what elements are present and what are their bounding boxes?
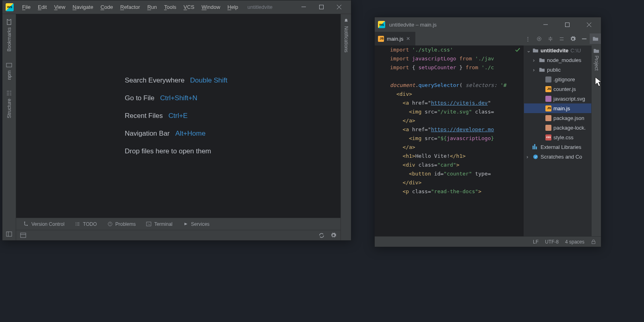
maximize-button[interactable] bbox=[312, 1, 330, 13]
tree-external-libraries[interactable]: External Libraries bbox=[524, 142, 591, 152]
code-line[interactable]: document.querySelector( selectors: '# bbox=[375, 81, 524, 90]
library-icon bbox=[533, 144, 539, 150]
code-line[interactable]: <p class="read-the-docs"> bbox=[375, 187, 524, 196]
tool-todo[interactable]: TODO bbox=[75, 221, 97, 227]
code-line[interactable]: </div> bbox=[375, 178, 524, 187]
code-line[interactable]: <h1>Hello Vite!</h1> bbox=[375, 152, 524, 161]
tree-item--gitignore[interactable]: .gitignore bbox=[524, 74, 591, 84]
svg-rect-7 bbox=[21, 233, 26, 237]
welcome-label: Navigation Bar bbox=[125, 130, 170, 138]
editor-toolstrip: JS main.js ✕ ⋮ bbox=[375, 32, 601, 45]
sync-icon[interactable] bbox=[318, 232, 325, 239]
code-line[interactable]: </a> bbox=[375, 143, 524, 152]
menu-code[interactable]: Code bbox=[97, 2, 117, 12]
status-bar bbox=[16, 230, 341, 240]
menu-refactor[interactable]: Refactor bbox=[117, 2, 144, 12]
code-line[interactable]: import './style.css' bbox=[375, 45, 524, 54]
svg-rect-0 bbox=[319, 5, 323, 9]
minimize-button[interactable] bbox=[295, 1, 312, 13]
welcome-panel: Search EverywhereDouble ShiftGo to FileC… bbox=[16, 14, 341, 218]
npm-tool[interactable]: npm bbox=[5, 60, 13, 81]
code-line[interactable]: </a> bbox=[375, 116, 524, 125]
svg-rect-1 bbox=[6, 63, 12, 67]
menu-tools[interactable]: Tools bbox=[161, 2, 180, 12]
tab-label: main.js bbox=[387, 36, 403, 42]
tree-item-javascript-svg[interactable]: javascript.svg bbox=[524, 94, 591, 103]
menu-vcs[interactable]: VCS bbox=[180, 2, 198, 12]
welcome-shortcut: Ctrl+Shift+N bbox=[160, 94, 198, 102]
code-line[interactable]: <div> bbox=[375, 90, 524, 99]
menu-edit[interactable]: Edit bbox=[34, 2, 50, 12]
menu-help[interactable]: Help bbox=[224, 2, 242, 12]
tool-terminal[interactable]: Terminal bbox=[146, 221, 172, 227]
bookmarks-tool[interactable]: Bookmarks bbox=[5, 17, 13, 53]
svg-point-3 bbox=[24, 221, 25, 222]
gear-icon[interactable] bbox=[567, 33, 578, 44]
welcome-row: Go to FileCtrl+Shift+N bbox=[125, 94, 197, 102]
svg-rect-8 bbox=[565, 23, 569, 27]
expand-all-icon[interactable] bbox=[545, 33, 556, 44]
tool-services[interactable]: Services bbox=[183, 221, 210, 227]
code-line[interactable]: <button id="counter" type= bbox=[375, 169, 524, 178]
window-title: untitledvite – main.js bbox=[389, 22, 437, 28]
welcome-row: Navigation BarAlt+Home bbox=[125, 130, 206, 138]
bell-icon bbox=[343, 18, 349, 24]
tree-item-counter-js[interactable]: JScounter.js bbox=[524, 84, 591, 94]
code-line[interactable]: import { setupCounter } from './c bbox=[375, 63, 524, 72]
code-editor[interactable]: import './style.css'import javascriptLog… bbox=[375, 45, 524, 236]
tree-item-node_modules[interactable]: ›node_modules bbox=[524, 55, 591, 65]
menu-window[interactable]: Window bbox=[198, 2, 224, 12]
code-line[interactable]: <a href="https://vitejs.dev" bbox=[375, 99, 524, 107]
layout-icon[interactable] bbox=[6, 231, 12, 237]
code-line[interactable] bbox=[375, 72, 524, 81]
close-button[interactable] bbox=[330, 1, 348, 13]
tree-root[interactable]: ⌄untitledvite C:\U bbox=[524, 45, 591, 55]
folder-icon[interactable] bbox=[593, 48, 599, 54]
project-tree: ⌄untitledvite C:\U›node_modules›public.g… bbox=[524, 45, 591, 236]
code-line[interactable]: <div class="card"> bbox=[375, 161, 524, 169]
menu-file[interactable]: File bbox=[19, 2, 34, 12]
tree-item-public[interactable]: ›public bbox=[524, 65, 591, 74]
svg-point-10 bbox=[539, 38, 540, 39]
tree-scratches[interactable]: ›Scratches and Co bbox=[524, 152, 591, 161]
maximize-button[interactable] bbox=[558, 19, 576, 31]
layout-small-icon[interactable] bbox=[20, 232, 26, 238]
structure-tool[interactable]: Structure bbox=[5, 89, 13, 120]
menu-view[interactable]: View bbox=[50, 2, 69, 12]
menu-run[interactable]: Run bbox=[144, 2, 161, 12]
tree-item-main-js[interactable]: JSmain.js bbox=[524, 103, 591, 113]
code-line[interactable]: <a href="https://developer.mo bbox=[375, 125, 524, 134]
gear-icon[interactable] bbox=[330, 232, 336, 238]
close-tab-icon[interactable]: ✕ bbox=[406, 36, 410, 41]
more-icon[interactable]: ⋮ bbox=[522, 33, 533, 44]
tool-version-control[interactable]: Version Control bbox=[23, 221, 64, 227]
notifications-tool[interactable]: Notifications bbox=[343, 18, 349, 52]
line-ending[interactable]: LF bbox=[533, 239, 539, 245]
menu-navigate[interactable]: Navigate bbox=[69, 2, 97, 12]
welcome-label: Search Everywhere bbox=[125, 76, 184, 85]
minimize-button[interactable] bbox=[537, 19, 554, 31]
project-tool-label[interactable]: Project bbox=[594, 54, 599, 70]
encoding[interactable]: UTF-8 bbox=[545, 239, 559, 245]
close-button[interactable] bbox=[580, 19, 598, 31]
tree-item-style-css[interactable]: cssstyle.css bbox=[524, 132, 591, 142]
tab-mainjs[interactable]: JS main.js ✕ bbox=[375, 32, 415, 45]
window-title: untitledvite bbox=[248, 4, 272, 10]
welcome-row: Recent FilesCtrl+E bbox=[125, 112, 188, 120]
left-tool-rail: Bookmarks npm Structure bbox=[2, 14, 16, 240]
title-bar: WS untitledvite – main.js bbox=[375, 17, 601, 32]
code-line[interactable]: <img src="${javascriptLogo} bbox=[375, 134, 524, 143]
lock-icon[interactable] bbox=[591, 239, 596, 244]
tool-problems[interactable]: Problems bbox=[107, 221, 136, 227]
indent[interactable]: 4 spaces bbox=[565, 239, 584, 245]
welcome-row: Search EverywhereDouble Shift bbox=[125, 76, 227, 85]
tree-item-package-json[interactable]: package.json bbox=[524, 113, 591, 123]
folder-icon[interactable] bbox=[590, 33, 601, 44]
collapse-all-icon[interactable] bbox=[556, 33, 567, 44]
target-icon[interactable] bbox=[533, 33, 545, 44]
welcome-label: Recent Files bbox=[125, 112, 163, 120]
code-line[interactable]: <img src="/vite.svg" class= bbox=[375, 107, 524, 116]
tree-item-package-lock-[interactable]: package-lock. bbox=[524, 123, 591, 132]
hide-panel-icon[interactable] bbox=[578, 33, 590, 44]
code-line[interactable]: import javascriptLogo from './jav bbox=[375, 54, 524, 63]
